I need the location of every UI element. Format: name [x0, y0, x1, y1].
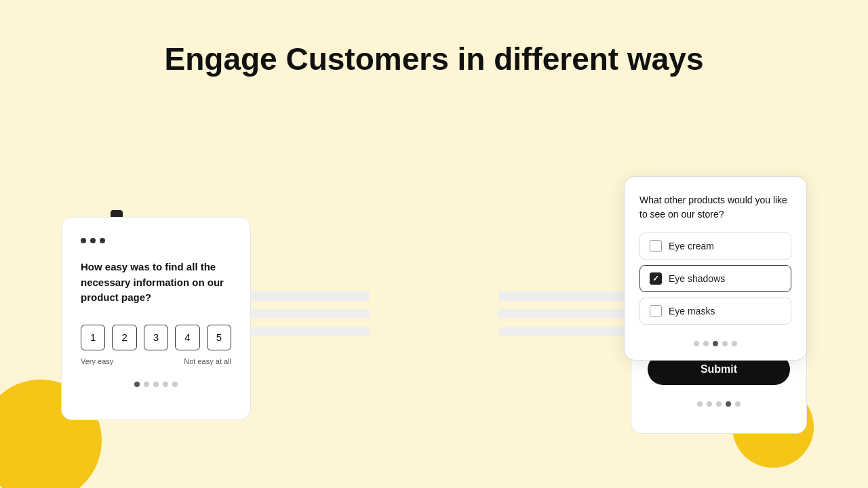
option-eye-masks-label: Eye masks: [669, 306, 715, 317]
checkbox-eye-shadows[interactable]: [650, 272, 662, 285]
center-dot-5: [732, 341, 737, 346]
center-card-question: What other products would you like to se…: [639, 193, 791, 222]
rating-btn-5[interactable]: 5: [207, 325, 231, 350]
checkbox-eye-masks[interactable]: [650, 305, 662, 317]
rating-btn-3[interactable]: 3: [144, 325, 168, 350]
left-dot-4: [163, 382, 168, 387]
right-dot-1: [697, 401, 703, 407]
left-card-dots: [81, 382, 231, 387]
label-easy: Very easy: [81, 357, 113, 365]
checkbox-eye-cream[interactable]: [650, 240, 662, 252]
cards-container: How easy was to find all the necessary i…: [61, 176, 807, 361]
page-title: Engage Customers in different ways: [0, 0, 868, 77]
center-dot-4: [722, 341, 728, 346]
rating-labels: Very easy Not easy at all: [81, 357, 231, 365]
left-dot-1: [134, 382, 140, 387]
dot-3: [100, 238, 105, 243]
rating-btn-2[interactable]: 2: [112, 325, 136, 350]
dot-2: [90, 238, 96, 243]
right-dot-4: [726, 401, 731, 407]
right-dot-3: [716, 401, 722, 407]
right-dot-5: [735, 401, 741, 407]
center-dot-2: [703, 341, 709, 346]
rating-btn-1[interactable]: 1: [81, 325, 105, 350]
right-dot-2: [707, 401, 712, 407]
option-eye-shadows-label: Eye shadows: [669, 273, 725, 284]
center-dot-3: [713, 341, 718, 346]
right-card-dots: [648, 401, 790, 407]
rating-row: 1 2 3 4 5: [81, 325, 231, 350]
option-eye-shadows[interactable]: Eye shadows: [639, 265, 791, 292]
rating-btn-4[interactable]: 4: [175, 325, 199, 350]
option-eye-cream[interactable]: Eye cream: [639, 232, 791, 260]
option-eye-cream-label: Eye cream: [669, 241, 714, 251]
center-card: What other products would you like to se…: [624, 176, 807, 361]
left-card: How easy was to find all the necessary i…: [61, 217, 251, 420]
left-card-question: How easy was to find all the necessary i…: [81, 260, 231, 306]
option-eye-masks[interactable]: Eye masks: [639, 298, 791, 325]
center-card-dots: [639, 341, 791, 346]
left-dot-5: [172, 382, 178, 387]
left-dot-2: [144, 382, 149, 387]
dot-1: [81, 238, 86, 243]
label-hard: Not easy at all: [184, 357, 231, 365]
left-dot-3: [153, 382, 159, 387]
three-dots: [81, 238, 231, 243]
center-dot-1: [694, 341, 699, 346]
